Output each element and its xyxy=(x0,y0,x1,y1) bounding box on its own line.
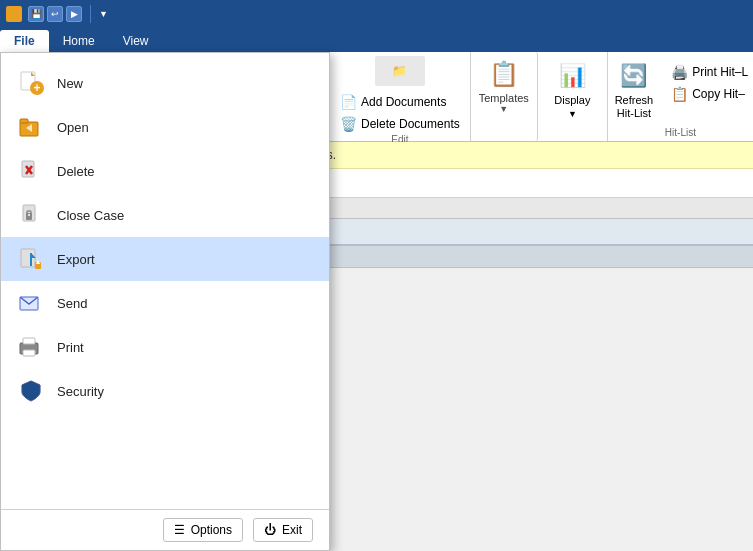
refresh-icon: 🔄 xyxy=(618,60,650,92)
copy-hitlist-label: Copy Hit– xyxy=(692,87,745,101)
add-documents-btn[interactable]: 📄 Add Documents xyxy=(336,92,464,112)
display-label: Display▼ xyxy=(554,94,590,120)
menu-item-send[interactable]: Send xyxy=(1,281,329,325)
display-btn[interactable]: 📊 Display▼ xyxy=(547,56,597,124)
edit-small-btns: 📄 Add Documents 🗑️ Delete Documents xyxy=(336,86,464,134)
add-documents-label: Add Documents xyxy=(361,95,446,109)
undo-quick-btn[interactable]: ↩ xyxy=(47,6,63,22)
menu-item-security[interactable]: Security xyxy=(1,369,329,413)
svg-rect-21 xyxy=(23,338,35,344)
refresh-label: RefreshHit-List xyxy=(615,94,654,120)
display-icon: 📊 xyxy=(556,60,588,92)
exit-icon: ⏻ xyxy=(264,523,276,537)
new-label: New xyxy=(57,76,83,91)
delete-documents-btn[interactable]: 🗑️ Delete Documents xyxy=(336,114,464,134)
edit-group: 📁 📄 Add Documents 🗑️ Delete Documents Ed… xyxy=(330,52,471,141)
hitlist-group: 🔄 RefreshHit-List 🖨️ Print Hit–L 📋 Copy … xyxy=(608,52,753,141)
security-icon xyxy=(17,377,45,405)
new-icon: + xyxy=(17,69,45,97)
open-icon xyxy=(17,113,45,141)
file-menu[interactable]: + New Open xyxy=(0,52,330,551)
display-group: 📊 Display▼ xyxy=(538,52,608,141)
svg-point-13 xyxy=(28,214,30,216)
export-icon xyxy=(17,245,45,273)
options-label: Options xyxy=(191,523,232,537)
open-label: Open xyxy=(57,120,89,135)
hitlist-group-label: Hit-List xyxy=(665,127,696,141)
hitlist-small-btns: 🖨️ Print Hit–L 📋 Copy Hit– xyxy=(667,56,752,104)
templates-icon: 📋 xyxy=(486,56,522,92)
svg-marker-18 xyxy=(36,260,40,264)
close-case-label: Close Case xyxy=(57,208,124,223)
svg-rect-22 xyxy=(23,350,35,356)
delete-icon xyxy=(17,157,45,185)
quick-access-toolbar: 💾 ↩ ▶ xyxy=(28,6,82,22)
print-hitlist-btn[interactable]: 🖨️ Print Hit–L xyxy=(667,62,752,82)
print-menu-icon xyxy=(17,333,45,361)
menu-item-open[interactable]: Open xyxy=(1,105,329,149)
menu-item-new[interactable]: + New xyxy=(1,61,329,105)
options-button[interactable]: ☰ Options xyxy=(163,518,243,542)
svg-rect-5 xyxy=(20,119,28,123)
templates-label: Templates xyxy=(479,92,529,104)
templates-group[interactable]: 📋 Templates ▼ xyxy=(471,52,538,141)
menu-item-delete[interactable]: Delete xyxy=(1,149,329,193)
title-bar: 💾 ↩ ▶ ▼ xyxy=(0,0,753,28)
print-icon: 🖨️ xyxy=(671,64,688,80)
send-icon xyxy=(17,289,45,317)
close-case-icon xyxy=(17,201,45,229)
menu-bar: File Home View xyxy=(0,28,753,52)
exit-label: Exit xyxy=(282,523,302,537)
copy-hitlist-btn[interactable]: 📋 Copy Hit– xyxy=(667,84,752,104)
quick-access-dropdown[interactable]: ▼ xyxy=(99,9,108,19)
send-label: Send xyxy=(57,296,87,311)
save-quick-btn[interactable]: 💾 xyxy=(28,6,44,22)
add-doc-icon: 📄 xyxy=(340,94,357,110)
security-label: Security xyxy=(57,384,104,399)
hitlist-btn-row: 🔄 RefreshHit-List 🖨️ Print Hit–L 📋 Copy … xyxy=(609,56,753,127)
app-icon xyxy=(6,6,22,22)
folder-icon: 📁 xyxy=(375,56,425,86)
ribbon: 📁 📄 Add Documents 🗑️ Delete Documents Ed… xyxy=(330,52,753,142)
file-menu-items: + New Open xyxy=(1,53,329,509)
display-arrow: ▼ xyxy=(568,109,577,119)
redo-quick-btn[interactable]: ▶ xyxy=(66,6,82,22)
edit-btn-row: 📁 xyxy=(375,56,425,86)
file-tab[interactable]: File xyxy=(0,30,49,52)
delete-documents-label: Delete Documents xyxy=(361,117,460,131)
print-label: Print xyxy=(57,340,84,355)
exit-button[interactable]: ⏻ Exit xyxy=(253,518,313,542)
toolbar-divider xyxy=(90,5,91,23)
menu-item-print[interactable]: Print xyxy=(1,325,329,369)
svg-text:+: + xyxy=(33,81,40,95)
delete-label: Delete xyxy=(57,164,95,179)
view-tab[interactable]: View xyxy=(109,30,163,52)
refresh-hitlist-btn[interactable]: 🔄 RefreshHit-List xyxy=(609,56,660,124)
menu-item-close-case[interactable]: Close Case xyxy=(1,193,329,237)
del-doc-icon: 🗑️ xyxy=(340,116,357,132)
file-menu-bottom: ☰ Options ⏻ Exit xyxy=(1,509,329,550)
templates-arrow: ▼ xyxy=(499,104,508,114)
home-tab[interactable]: Home xyxy=(49,30,109,52)
export-label: Export xyxy=(57,252,95,267)
print-hitlist-label: Print Hit–L xyxy=(692,65,748,79)
copy-icon: 📋 xyxy=(671,86,688,102)
menu-item-export[interactable]: Export xyxy=(1,237,329,281)
options-icon: ☰ xyxy=(174,523,185,537)
